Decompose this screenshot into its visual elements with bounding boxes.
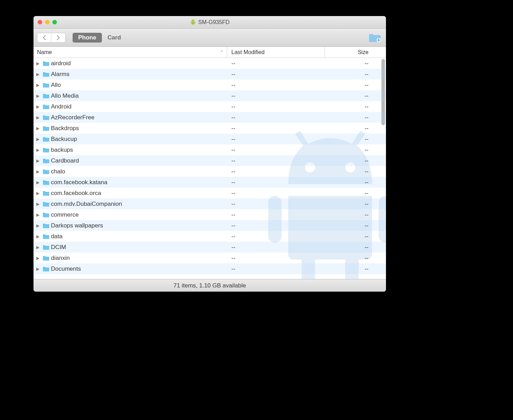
row-size: -- (325, 82, 376, 89)
row-modified: -- (227, 71, 325, 78)
column-header-size[interactable]: Size (325, 47, 376, 58)
close-button[interactable] (38, 20, 42, 24)
folder-name: Alarms (51, 71, 69, 78)
folder-row[interactable]: ▶ com.mdv.DubaiCompanion -- -- (34, 198, 386, 209)
folder-name: chalo (51, 168, 65, 175)
column-header-modified[interactable]: Last Modified (227, 47, 325, 58)
disclosure-triangle-icon[interactable]: ▶ (36, 137, 41, 142)
row-size: -- (325, 244, 376, 251)
folder-name: Documents (51, 265, 81, 272)
folder-name: com.facebook.orca (51, 190, 101, 197)
disclosure-triangle-icon[interactable]: ▶ (36, 115, 41, 120)
forward-button[interactable] (51, 33, 65, 42)
main-window: SM-G935FD Phone Card Name ⌃ (34, 16, 386, 292)
row-modified: -- (227, 92, 325, 99)
column-header-name[interactable]: Name ⌃ (34, 47, 227, 58)
folder-icon (43, 223, 50, 228)
disclosure-triangle-icon[interactable]: ▶ (36, 267, 41, 271)
folder-row[interactable]: ▶ commerce -- -- (34, 209, 386, 220)
row-size: -- (325, 125, 376, 132)
folder-icon (43, 234, 50, 239)
disclosure-triangle-icon[interactable]: ▶ (36, 223, 41, 228)
row-modified: -- (227, 125, 325, 132)
row-modified: -- (227, 222, 325, 229)
folder-icon (43, 136, 50, 142)
folder-icon (43, 72, 50, 77)
disclosure-triangle-icon[interactable]: ▶ (36, 234, 41, 239)
folder-icon (43, 93, 50, 99)
row-size: -- (325, 179, 376, 186)
disclosure-triangle-icon[interactable]: ▶ (36, 72, 41, 77)
row-size: -- (325, 222, 376, 229)
disclosure-triangle-icon[interactable]: ▶ (36, 61, 41, 66)
row-modified: -- (227, 190, 325, 197)
zoom-button[interactable] (52, 20, 57, 24)
folder-row[interactable]: ▶ com.facebook.katana -- -- (34, 177, 386, 188)
tab-phone[interactable]: Phone (73, 33, 102, 43)
folder-icon (43, 104, 50, 110)
disclosure-triangle-icon[interactable]: ▶ (36, 93, 41, 98)
folder-name: com.mdv.DubaiCompanion (51, 201, 122, 208)
folder-icon (43, 245, 50, 250)
folder-name: AzRecorderFree (51, 114, 95, 121)
new-folder-button[interactable] (369, 33, 381, 44)
disclosure-triangle-icon[interactable]: ▶ (36, 202, 41, 207)
folder-name: backups (51, 147, 73, 153)
disclosure-triangle-icon[interactable]: ▶ (36, 180, 41, 185)
back-button[interactable] (37, 33, 51, 42)
disclosure-triangle-icon[interactable]: ▶ (36, 212, 41, 217)
row-size: -- (325, 168, 376, 175)
folder-row[interactable]: ▶ dianxin -- -- (34, 253, 386, 263)
disclosure-triangle-icon[interactable]: ▶ (36, 104, 41, 109)
disclosure-triangle-icon[interactable]: ▶ (36, 245, 41, 250)
column-headers: Name ⌃ Last Modified Size (34, 47, 386, 58)
window-controls (38, 20, 57, 24)
tab-card[interactable]: Card (102, 33, 127, 43)
row-size: -- (325, 114, 376, 121)
row-size: -- (325, 147, 376, 153)
folder-row[interactable]: ▶ Allo -- -- (34, 80, 386, 90)
row-size: -- (325, 233, 376, 240)
file-list[interactable]: ▶ airdroid -- -- ▶ Alarms -- -- ▶ (34, 58, 386, 279)
folder-row[interactable]: ▶ data -- -- (34, 231, 386, 242)
disclosure-triangle-icon[interactable]: ▶ (36, 256, 41, 261)
minimize-button[interactable] (45, 20, 50, 24)
row-modified: -- (227, 233, 325, 240)
folder-row[interactable]: ▶ DCIM -- -- (34, 242, 386, 253)
row-size: -- (325, 71, 376, 78)
row-size: -- (325, 190, 376, 197)
row-size: -- (325, 201, 376, 208)
row-modified: -- (227, 103, 325, 110)
folder-row[interactable]: ▶ Darkops wallpapers -- -- (34, 220, 386, 231)
file-list-container: ▶ airdroid -- -- ▶ Alarms -- -- ▶ (34, 58, 386, 279)
sort-indicator-icon: ⌃ (220, 50, 223, 54)
folder-row[interactable]: ▶ airdroid -- -- (34, 58, 386, 69)
folder-row[interactable]: ▶ Cardboard -- -- (34, 155, 386, 166)
folder-icon (43, 212, 50, 218)
disclosure-triangle-icon[interactable]: ▶ (36, 158, 41, 163)
disclosure-triangle-icon[interactable]: ▶ (36, 148, 41, 152)
folder-icon (43, 158, 50, 164)
folder-name: commerce (51, 211, 79, 218)
folder-row[interactable]: ▶ AzRecorderFree -- -- (34, 112, 386, 123)
folder-row[interactable]: ▶ Documents -- -- (34, 263, 386, 274)
folder-row[interactable]: ▶ backups -- -- (34, 144, 386, 155)
folder-row[interactable]: ▶ chalo -- -- (34, 166, 386, 177)
folder-row[interactable]: ▶ Backucup -- -- (34, 134, 386, 144)
folder-row[interactable]: ▶ Android -- -- (34, 101, 386, 112)
folder-row[interactable]: ▶ Backdrops -- -- (34, 123, 386, 134)
disclosure-triangle-icon[interactable]: ▶ (36, 126, 41, 131)
folder-row[interactable]: ▶ Allo Media -- -- (34, 90, 386, 101)
folder-name: airdroid (51, 60, 71, 67)
folder-row[interactable]: ▶ com.facebook.orca -- -- (34, 188, 386, 198)
disclosure-triangle-icon[interactable]: ▶ (36, 191, 41, 196)
row-modified: -- (227, 114, 325, 121)
row-size: -- (325, 60, 376, 67)
folder-name: Android (51, 103, 72, 110)
disclosure-triangle-icon[interactable]: ▶ (36, 83, 41, 88)
disclosure-triangle-icon[interactable]: ▶ (36, 169, 41, 174)
folder-icon (43, 190, 50, 196)
row-size: -- (325, 157, 376, 164)
row-size: -- (325, 136, 376, 143)
folder-row[interactable]: ▶ Alarms -- -- (34, 69, 386, 80)
